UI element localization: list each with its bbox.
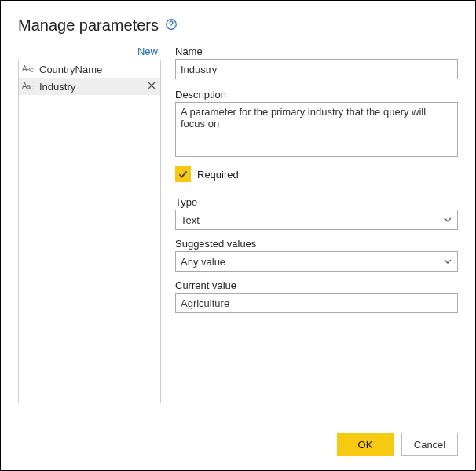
new-parameter-link[interactable]: New xyxy=(137,46,158,57)
svg-text:C: C xyxy=(30,85,34,90)
type-value[interactable] xyxy=(175,210,458,230)
help-icon[interactable] xyxy=(165,18,178,34)
suggested-values-select[interactable] xyxy=(175,251,458,272)
text-type-icon: ABC xyxy=(22,80,36,93)
cancel-button[interactable]: Cancel xyxy=(401,433,458,456)
suggested-values-value[interactable] xyxy=(175,251,458,272)
parameter-item[interactable]: ABC CountryName xyxy=(19,60,160,78)
type-select[interactable] xyxy=(175,210,458,230)
parameters-list: ABC CountryName ABC Industry xyxy=(18,60,161,403)
name-label: Name xyxy=(175,46,458,57)
parameter-item[interactable]: ABC Industry xyxy=(19,78,160,95)
description-label: Description xyxy=(175,89,458,100)
parameter-label: CountryName xyxy=(39,64,157,75)
description-input[interactable]: A parameter for the primary industry tha… xyxy=(175,102,458,157)
current-value-label: Current value xyxy=(175,279,458,291)
close-icon[interactable] xyxy=(146,80,157,93)
dialog-title: Manage parameters xyxy=(18,16,159,35)
parameters-sidebar: New ABC CountryName ABC Industry xyxy=(18,44,161,403)
dialog-footer: OK Cancel xyxy=(337,433,458,456)
dialog-header: Manage parameters xyxy=(18,16,458,35)
check-icon xyxy=(178,169,189,180)
svg-point-1 xyxy=(170,26,171,27)
svg-text:C: C xyxy=(30,68,34,73)
parameter-label: Industry xyxy=(39,81,143,93)
parameter-form: Name Description A parameter for the pri… xyxy=(175,44,458,403)
type-label: Type xyxy=(175,196,458,208)
current-value-input[interactable] xyxy=(175,293,458,313)
suggested-values-label: Suggested values xyxy=(175,238,458,250)
required-label: Required xyxy=(197,169,239,181)
name-input[interactable] xyxy=(175,59,458,79)
manage-parameters-dialog: Manage parameters New ABC CountryName xyxy=(0,0,476,471)
required-checkbox[interactable] xyxy=(175,166,191,182)
ok-button[interactable]: OK xyxy=(337,433,394,456)
text-type-icon: ABC xyxy=(22,63,36,76)
